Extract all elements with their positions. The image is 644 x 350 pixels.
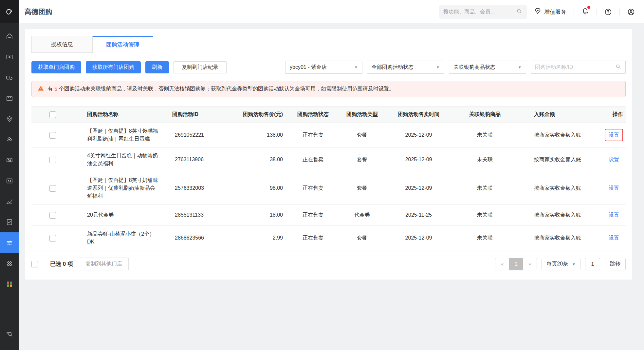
coupon-percent-icon: [6, 156, 13, 164]
settings-link[interactable]: 设置: [609, 235, 619, 241]
toolbar: 获取单门店团购 获取所有门店团购 刷新 复制到门店纪录 ybcy01 - 紫金店…: [31, 61, 626, 74]
settings-link[interactable]: 设置: [609, 212, 619, 218]
select-all-checkbox[interactable]: [49, 111, 56, 118]
table-row: 【圣诞｜仅自提】8英寸馋嘴福利乳脂奶油｜网红生日蛋糕 2691052221 13…: [31, 123, 626, 147]
id-card-icon: [6, 177, 13, 185]
sidebar-item-report[interactable]: [0, 212, 19, 232]
search-icon: [615, 64, 621, 71]
sidebar-item-money[interactable]: [0, 47, 19, 67]
copy-to-store-record-button[interactable]: 复制到门店纪录: [174, 61, 227, 73]
activity-price: 138.00: [226, 123, 287, 147]
activity-sale-time: 2025-12-09: [385, 147, 452, 172]
tab-groupbuy-management[interactable]: 团购活动管理: [92, 36, 153, 53]
sidebar-item-apps[interactable]: [0, 274, 19, 294]
value-added-services-label: 增值服务: [544, 8, 566, 16]
activity-id: 2855131133: [172, 204, 226, 226]
activity-status: 正在售卖: [287, 172, 339, 204]
alert-banner: 有 5 个团购活动未关联银豹商品，请及时关联，否则无法核销团购券；获取到代金券类…: [31, 81, 626, 97]
activity-name: 4英寸网红生日蛋糕｜动物淡奶油会员福利: [74, 147, 172, 172]
sidebar-item-settings[interactable]: [0, 232, 19, 253]
action-cell-inner: 设置: [605, 129, 623, 141]
row-checkbox[interactable]: [49, 157, 56, 163]
store-select[interactable]: ybcy01 - 紫金店 ▼: [285, 61, 362, 74]
activity-status-value: 全部团购活动状态: [372, 64, 414, 71]
product-status-select[interactable]: 关联银豹商品状态 ▼: [449, 61, 526, 74]
settings-link[interactable]: 设置: [609, 157, 619, 162]
divider: [619, 9, 620, 15]
selected-count-text: 已选 0 项: [50, 260, 73, 268]
sidebar-item-analytics[interactable]: [0, 191, 19, 212]
row-checkbox[interactable]: [49, 212, 56, 219]
sidebar-item-idcard[interactable]: [0, 170, 19, 191]
settings-link[interactable]: 设置: [609, 185, 619, 191]
tab-bar: 授权信息 团购活动管理: [31, 36, 626, 53]
activity-status: 正在售卖: [287, 226, 339, 250]
prev-page-button[interactable]: «: [495, 258, 509, 270]
account-amount-mode: 按商家实收金额入账: [518, 172, 596, 204]
handshake-icon: [6, 136, 13, 144]
app-logo[interactable]: [0, 0, 19, 23]
refresh-button[interactable]: 刷新: [145, 61, 169, 73]
global-search[interactable]: [439, 5, 527, 19]
activity-sale-time: 2025-12-09: [385, 123, 452, 147]
activity-search[interactable]: [531, 61, 626, 74]
sidebar-item-package[interactable]: [0, 88, 19, 108]
table-row: 【圣诞｜仅自提】8英寸奶甜味道系列｜优质乳脂奶油新品尝鲜福利 257633200…: [31, 172, 626, 204]
store-select-value: ybcy01 - 紫金店: [290, 64, 327, 71]
column-header-amount: 入账金额: [518, 107, 596, 123]
help-button[interactable]: [604, 8, 612, 16]
groupbuy-table: 团购活动名称 团购活动ID 团购活动售价(元) 团购活动状态 团购活动类型 团购…: [31, 106, 626, 250]
linked-product-status: 未关联: [452, 204, 518, 226]
action-cell-inner: 设置: [605, 153, 623, 166]
top-header: 高德团购 增值服务: [19, 0, 644, 23]
column-header-time: 团购活动售卖时间: [385, 107, 452, 123]
package-box-icon: [6, 94, 13, 102]
notifications-button[interactable]: [581, 7, 589, 17]
value-added-services-button[interactable]: 增值服务: [534, 7, 566, 16]
sidebar-item-partner[interactable]: [0, 129, 19, 150]
activity-status-select[interactable]: 全部团购活动状态 ▼: [367, 61, 444, 74]
account-button[interactable]: [627, 8, 635, 16]
sidebar-item-design[interactable]: [0, 253, 19, 274]
activity-type: 代金券: [339, 204, 385, 226]
global-search-input[interactable]: [443, 9, 516, 15]
jump-button[interactable]: 跳转: [605, 258, 626, 270]
search-icon: [516, 8, 523, 16]
next-page-button[interactable]: »: [523, 258, 537, 270]
badge-icon: [534, 7, 542, 16]
row-checkbox[interactable]: [49, 132, 56, 139]
sidebar-item-coupon[interactable]: [0, 150, 19, 170]
settings-sliders-icon: [6, 239, 13, 247]
sidebar-item-delivery[interactable]: [0, 67, 19, 88]
footer-select-all-checkbox[interactable]: [31, 261, 38, 267]
activity-search-input[interactable]: [535, 64, 615, 70]
activity-type: 套餐: [339, 123, 385, 147]
page-size-value: 每页20条: [546, 261, 568, 267]
current-page[interactable]: 1: [509, 258, 523, 270]
table-row: 4英寸网红生日蛋糕｜动物淡奶油会员福利 2763113906 38.00 正在售…: [31, 147, 626, 172]
activity-id: 2763113906: [172, 147, 226, 172]
fetch-all-stores-button[interactable]: 获取所有门店团购: [86, 61, 141, 73]
column-header-name: 团购活动名称: [74, 107, 172, 123]
linked-product-status: 未关联: [452, 123, 518, 147]
sidebar-item-search[interactable]: [0, 323, 19, 344]
sidebar-item-vip[interactable]: [0, 108, 19, 129]
chevron-down-icon: ▼: [518, 65, 522, 69]
search-list-icon: [6, 330, 13, 338]
divider: [574, 9, 574, 15]
notification-dot: [587, 6, 590, 9]
row-checkbox[interactable]: [49, 235, 56, 242]
fetch-single-store-button[interactable]: 获取单门店团购: [31, 61, 81, 73]
analytics-chart-icon: [6, 198, 13, 205]
page-size-select[interactable]: 每页20条 ▼: [542, 258, 580, 270]
tab-authorization-info[interactable]: 授权信息: [31, 36, 92, 53]
copy-to-other-stores-button[interactable]: 复制到其他门店: [79, 258, 129, 270]
chevron-down-icon: ▼: [354, 65, 358, 69]
row-checkbox[interactable]: [49, 185, 56, 192]
sidebar-item-home[interactable]: [0, 26, 19, 47]
column-header-status: 团购活动状态: [287, 107, 339, 123]
alert-count: 5: [54, 86, 57, 92]
jump-page-input[interactable]: [585, 258, 600, 270]
settings-link[interactable]: 设置: [609, 132, 619, 138]
action-cell-inner: 设置: [605, 209, 623, 221]
